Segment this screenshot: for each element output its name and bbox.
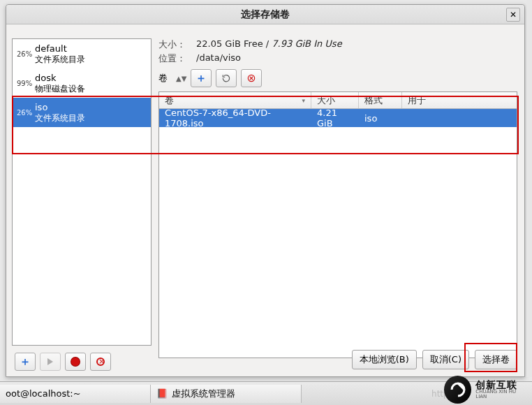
col-format[interactable]: 格式 xyxy=(359,92,402,108)
pool-text: default 文件系统目录 xyxy=(35,43,85,64)
pool-type: 物理磁盘设备 xyxy=(35,84,85,94)
brand-cn: 创新互联 xyxy=(475,380,528,390)
location-row: 位置： /data/viso xyxy=(158,52,517,65)
delete-icon xyxy=(246,73,256,83)
col-name[interactable]: 卷 xyxy=(159,92,311,108)
taskbar-item-vmm[interactable]: 📕 虚拟系统管理器 xyxy=(151,385,302,403)
pool-start-button[interactable] xyxy=(40,353,61,371)
play-icon xyxy=(47,358,53,365)
cancel-button[interactable]: 取消(C) xyxy=(422,350,469,369)
pool-toolbar: ＋ xyxy=(12,350,152,374)
dialog-footer: 本地浏览(B) 取消(C) 选择卷 xyxy=(352,350,517,369)
size-row: 大小： 22.05 GiB Free / 7.93 GiB In Use xyxy=(158,38,517,51)
volume-panel: 大小： 22.05 GiB Free / 7.93 GiB In Use 位置：… xyxy=(158,38,517,339)
browse-local-button[interactable]: 本地浏览(B) xyxy=(352,350,417,369)
taskbar-vmm-label: 虚拟系统管理器 xyxy=(172,388,235,400)
table-row[interactable]: CentOS-7-x86_64-DVD-1708.iso 4.21 GiB is… xyxy=(159,109,517,127)
volume-toolbar: 卷 ▲▼ ＋ xyxy=(158,69,517,87)
table-header: 卷 大小 格式 用于 xyxy=(159,92,517,109)
delete-pool-icon xyxy=(96,358,105,366)
volume-table[interactable]: 卷 大小 格式 用于 CentOS-7-x86_64-DVD-1708.iso … xyxy=(158,91,517,358)
storage-pool-list[interactable]: 26% default 文件系统目录 99% dosk 物理磁盘设备 26% i… xyxy=(12,38,152,346)
window-title: 选择存储卷 xyxy=(241,8,290,21)
brand-text: 创新互联 CHUANG XIN HU LIAN xyxy=(475,380,528,399)
pool-name: dosk xyxy=(35,73,85,84)
volume-toolbar-label: 卷 xyxy=(158,72,168,84)
pool-delete-button[interactable] xyxy=(90,353,111,371)
pool-type: 文件系统目录 xyxy=(35,113,85,123)
close-button[interactable]: ✕ xyxy=(506,8,520,22)
pool-item-iso[interactable]: 26% iso 文件系统目录 xyxy=(13,98,151,127)
volume-delete-button[interactable] xyxy=(241,69,262,87)
pool-usage-percent: 26% xyxy=(17,50,32,58)
cell-format: iso xyxy=(359,113,402,124)
close-icon: ✕ xyxy=(510,10,517,20)
taskbar-item-terminal[interactable]: oot@localhost:~ xyxy=(0,385,151,403)
taskbar-terminal-label: oot@localhost:~ xyxy=(6,388,81,399)
cell-size: 4.21 GiB xyxy=(311,108,359,128)
location-label: 位置： xyxy=(158,52,196,65)
pool-usage-percent: 26% xyxy=(17,109,32,117)
sort-arrows-icon: ▲▼ xyxy=(176,75,186,82)
brand-mark-icon xyxy=(444,376,471,404)
titlebar[interactable]: 选择存储卷 ✕ xyxy=(6,5,524,24)
pool-text: iso 文件系统目录 xyxy=(35,102,85,123)
dialog-content: 26% default 文件系统目录 99% dosk 物理磁盘设备 26% i… xyxy=(6,24,524,376)
plus-icon: ＋ xyxy=(20,355,31,369)
volume-refresh-button[interactable] xyxy=(216,69,237,87)
col-size[interactable]: 大小 xyxy=(311,92,359,108)
size-free: 22.05 GiB Free xyxy=(196,38,263,49)
col-used[interactable]: 用于 xyxy=(402,92,517,108)
record-icon xyxy=(71,358,80,366)
refresh-icon xyxy=(221,73,231,83)
pool-name: iso xyxy=(35,102,85,113)
brand-py: CHUANG XIN HU LIAN xyxy=(475,390,528,399)
vmm-icon: 📕 xyxy=(156,388,168,399)
pool-item-dosk[interactable]: 99% dosk 物理磁盘设备 xyxy=(13,68,151,98)
background-edge xyxy=(526,0,532,377)
brand-logo: 创新互联 CHUANG XIN HU LIAN xyxy=(444,374,528,405)
volume-add-button[interactable]: ＋ xyxy=(191,69,212,87)
choose-volume-button[interactable]: 选择卷 xyxy=(475,350,517,369)
pool-name: default xyxy=(35,43,85,54)
size-value: 22.05 GiB Free / 7.93 GiB In Use xyxy=(196,38,342,51)
location-value: /data/viso xyxy=(196,52,241,65)
size-inuse: 7.93 GiB In Use xyxy=(272,38,341,49)
cell-name: CentOS-7-x86_64-DVD-1708.iso xyxy=(159,108,311,128)
size-label: 大小： xyxy=(158,38,196,51)
pool-item-default[interactable]: 26% default 文件系统目录 xyxy=(13,39,151,68)
pool-type: 文件系统目录 xyxy=(35,54,85,64)
pool-usage-percent: 99% xyxy=(17,80,32,87)
plus-icon: ＋ xyxy=(195,71,207,86)
pool-text: dosk 物理磁盘设备 xyxy=(35,73,85,94)
pool-stop-button[interactable] xyxy=(65,353,86,371)
dialog-window: 选择存储卷 ✕ 26% default 文件系统目录 99% dosk 物理磁盘… xyxy=(6,4,525,377)
pool-add-button[interactable]: ＋ xyxy=(15,353,36,371)
